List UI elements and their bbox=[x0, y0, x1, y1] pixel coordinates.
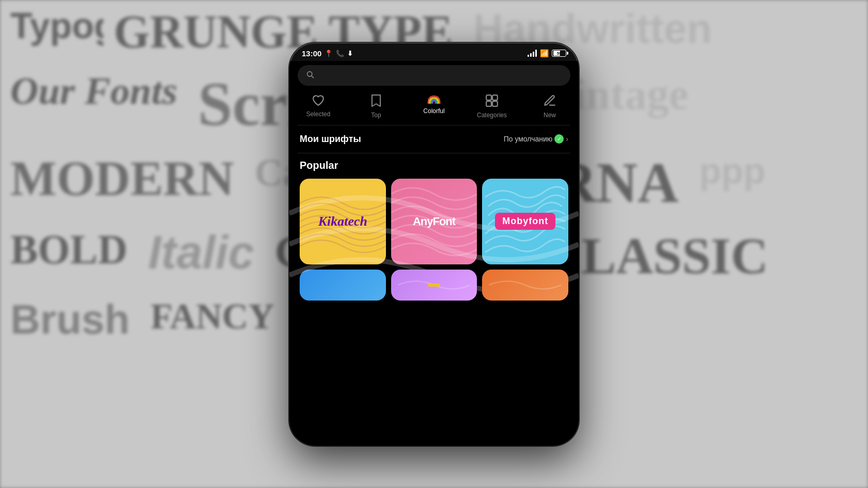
popular-section: Popular bbox=[289, 158, 579, 446]
mobyfont-text: Mobyfont bbox=[502, 216, 548, 226]
app-card-orange[interactable] bbox=[482, 270, 568, 301]
phone-device: 13:00 📍 📞 ⬇ 📶 59 bbox=[289, 43, 579, 446]
phone-frame: 13:00 📍 📞 ⬇ 📶 59 bbox=[289, 43, 579, 446]
app-grid-row2 bbox=[300, 270, 568, 301]
phone-screen: Selected Top bbox=[289, 61, 579, 446]
kikatech-text: Kikatech bbox=[318, 214, 367, 229]
anyfont-text: AnyFont bbox=[413, 215, 455, 228]
mobyfont-badge: Mobyfont bbox=[495, 213, 555, 230]
app-card-blue2[interactable] bbox=[300, 270, 386, 301]
app-card-purple[interactable] bbox=[391, 270, 477, 301]
